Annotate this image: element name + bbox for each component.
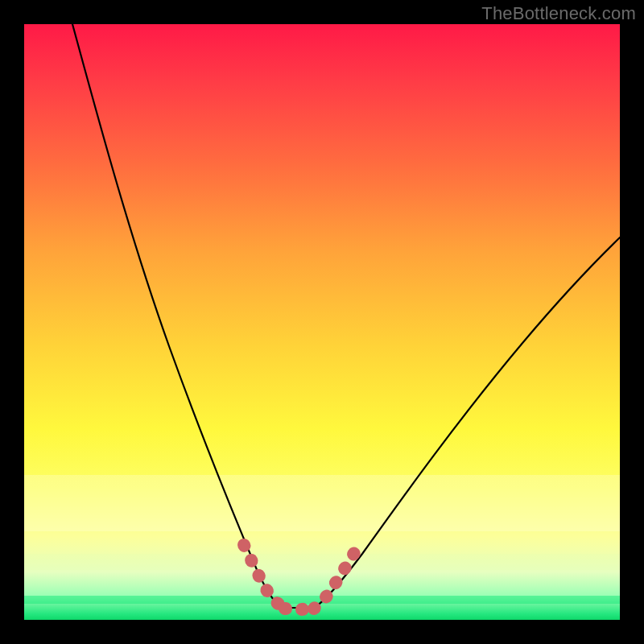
- watermark-text: TheBottleneck.com: [481, 3, 636, 24]
- marker-dots-left: [244, 545, 285, 609]
- left-curve: [72, 24, 282, 608]
- marker-dots-right: [314, 553, 354, 609]
- chart-svg: [24, 24, 620, 620]
- chart-frame: TheBottleneck.com: [0, 0, 644, 644]
